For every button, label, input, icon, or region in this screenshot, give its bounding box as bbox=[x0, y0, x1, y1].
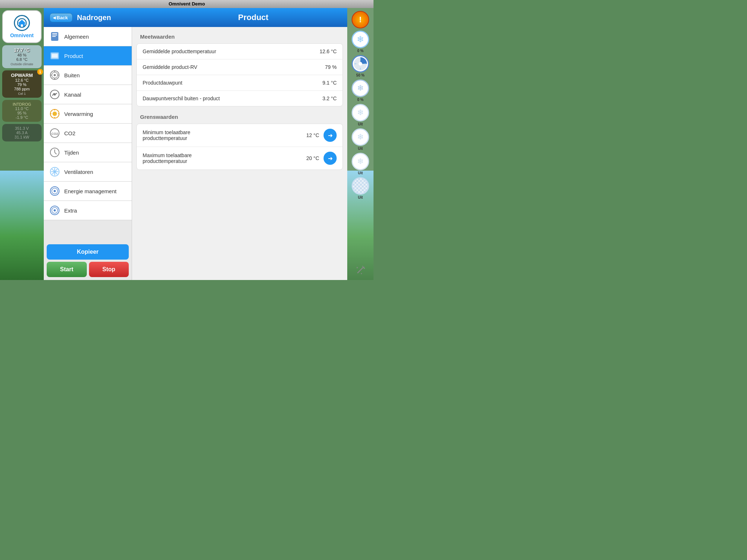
arrow-button-min[interactable]: ➜ bbox=[324, 129, 337, 142]
nav-item-product[interactable]: Product bbox=[44, 46, 132, 66]
cell2-box[interactable]: INTDROG 11.0 °C 95 % -1.9 °C bbox=[2, 100, 42, 122]
verwarming-icon bbox=[49, 108, 61, 120]
outside-temp: 17.7 °C bbox=[4, 47, 39, 53]
alert-button[interactable]: ! bbox=[352, 11, 369, 28]
nav-item-verwarming[interactable]: Verwarming bbox=[44, 104, 132, 124]
app-title: Omnivent Demo bbox=[169, 1, 205, 7]
outside-label: Outside climate bbox=[4, 62, 39, 66]
logo-blue: vent bbox=[23, 32, 34, 38]
row-value: 12 °C bbox=[294, 132, 319, 138]
fan7-button[interactable]: Uit bbox=[352, 177, 369, 199]
row-value: 79 % bbox=[311, 64, 337, 70]
nav-list: Algemeen Product bbox=[44, 27, 132, 280]
co2-icon: CO2 bbox=[49, 127, 61, 139]
row-value: 20 °C bbox=[294, 155, 319, 161]
cell1-badge: 1 bbox=[37, 69, 43, 75]
data-area: Meetwaarden Gemiddelde producttemperatuu… bbox=[132, 27, 347, 280]
logo-text: Omnivent bbox=[10, 32, 34, 38]
row-label: Productdauwpunt bbox=[143, 80, 311, 86]
buiten-icon bbox=[49, 69, 61, 81]
nav-item-co2[interactable]: CO2 CO2 bbox=[44, 124, 132, 143]
logo-box: Omnivent bbox=[2, 10, 42, 43]
table-row: Maximum toelaatbareproducttemperatuur 20… bbox=[137, 147, 342, 170]
fan3-button[interactable]: ❄ 0 % bbox=[352, 79, 369, 102]
center-panel: Back Nadrogen Product Algemeen bbox=[44, 8, 347, 280]
kopieer-button[interactable]: Kopieer bbox=[47, 244, 129, 260]
fan6-label: Uit bbox=[358, 171, 363, 175]
table-row: Gemiddelde product-RV 79 % bbox=[137, 59, 342, 75]
nav-item-ventilatoren[interactable]: Ventilatoren bbox=[44, 162, 132, 182]
svg-rect-3 bbox=[52, 33, 57, 34]
outside-dewpoint: 6.8 °C bbox=[4, 57, 39, 62]
arrow-button-max[interactable]: ➜ bbox=[324, 152, 337, 165]
cell3-box[interactable]: 351.3 V 45.3 A 31.1 kW bbox=[2, 124, 42, 141]
nav-label-kanaal: Kanaal bbox=[64, 92, 81, 98]
meetwaarden-header: Meetwaarden bbox=[136, 31, 343, 42]
svg-rect-5 bbox=[52, 36, 56, 37]
cell2-mode: INTDROG bbox=[4, 102, 39, 106]
start-stop-row: Start Stop bbox=[47, 262, 129, 277]
nav-label-product: Product bbox=[64, 53, 83, 59]
svg-text:CO2: CO2 bbox=[51, 132, 58, 136]
row-value: 3.2 °C bbox=[311, 96, 337, 101]
start-button[interactable]: Start bbox=[47, 262, 87, 277]
fan6-icon: ❄ bbox=[352, 153, 369, 170]
fan5-label: Uit bbox=[358, 147, 363, 151]
cell3-value1: 351.3 V bbox=[4, 126, 39, 131]
extra-icon bbox=[49, 205, 61, 216]
header-bar: Back Nadrogen Product bbox=[44, 8, 347, 27]
right-panel: ! ❄ 0 % 50 % bbox=[347, 8, 374, 280]
fan1-button[interactable]: ❄ 0 % bbox=[352, 31, 369, 53]
svg-line-50 bbox=[363, 267, 364, 267]
fan2-label: 50 % bbox=[356, 73, 365, 77]
content-row: Algemeen Product bbox=[44, 27, 347, 280]
nav-item-kanaal[interactable]: Kanaal bbox=[44, 85, 132, 104]
table-row: Dauwpuntverschil buiten - product 3.2 °C bbox=[137, 91, 342, 106]
alert-icon: ! bbox=[352, 11, 369, 28]
nav-buttons: Kopieer Start Stop bbox=[44, 241, 132, 280]
svg-point-42 bbox=[359, 62, 362, 66]
svg-point-37 bbox=[54, 190, 56, 192]
fan5-button[interactable]: ❄ Uit bbox=[352, 128, 369, 151]
magic-wand-button[interactable]: ✦ ✦ bbox=[355, 265, 365, 277]
fan6-button[interactable]: ❄ Uit bbox=[352, 153, 369, 175]
fan2-icon bbox=[352, 55, 369, 73]
row-label: Gemiddelde product-RV bbox=[143, 64, 311, 70]
grenswaarden-header: Grenswaarden bbox=[136, 112, 343, 122]
nav-label-extra: Extra bbox=[64, 207, 77, 214]
ventilatoren-icon bbox=[49, 166, 61, 178]
svg-point-19 bbox=[53, 112, 57, 116]
cell1-humidity: 79 % bbox=[4, 82, 39, 87]
top-bar: Omnivent Demo bbox=[0, 0, 374, 8]
cell2-temp: 11.0 °C bbox=[4, 106, 39, 111]
cell1-temp: 12.6 °C bbox=[4, 78, 39, 82]
nav-item-energie[interactable]: Energie management bbox=[44, 182, 132, 201]
svg-text:✦: ✦ bbox=[356, 266, 359, 269]
nav-item-algemeen[interactable]: Algemeen bbox=[44, 27, 132, 46]
svg-rect-8 bbox=[52, 54, 58, 58]
nav-label-verwarming: Verwarming bbox=[64, 111, 93, 117]
row-value: 12.6 °C bbox=[311, 48, 337, 54]
outside-humidity: 48 % bbox=[4, 53, 39, 57]
logo-dark: Omni bbox=[10, 32, 23, 38]
page-title: Product bbox=[165, 13, 341, 22]
svg-text:✦: ✦ bbox=[360, 272, 363, 275]
fan3-icon: ❄ bbox=[352, 79, 369, 97]
svg-point-40 bbox=[54, 209, 56, 211]
nav-label-energie: Energie management bbox=[64, 188, 116, 194]
svg-rect-4 bbox=[52, 35, 57, 35]
fan2-button[interactable]: 50 % bbox=[352, 55, 369, 77]
nav-item-buiten[interactable]: Buiten bbox=[44, 66, 132, 85]
svg-point-11 bbox=[54, 74, 56, 76]
svg-point-17 bbox=[54, 93, 56, 96]
meetwaarden-table: Gemiddelde producttemperatuur 12.6 °C Ge… bbox=[136, 43, 343, 106]
row-value: 9.1 °C bbox=[311, 80, 337, 86]
nav-item-tijden[interactable]: Tijden bbox=[44, 143, 132, 162]
nav-item-extra[interactable]: Extra bbox=[44, 201, 132, 220]
back-button[interactable]: Back bbox=[50, 13, 73, 22]
stop-button[interactable]: Stop bbox=[89, 262, 129, 277]
fan4-button[interactable]: ❄ Uit bbox=[352, 104, 369, 126]
fan1-label: 0 % bbox=[357, 49, 363, 53]
cell1-box[interactable]: 1 OPWARM 12.6 °C 79 % 788 ppm Cel 1 bbox=[2, 70, 42, 98]
cell3-value3: 31.1 kW bbox=[4, 135, 39, 139]
